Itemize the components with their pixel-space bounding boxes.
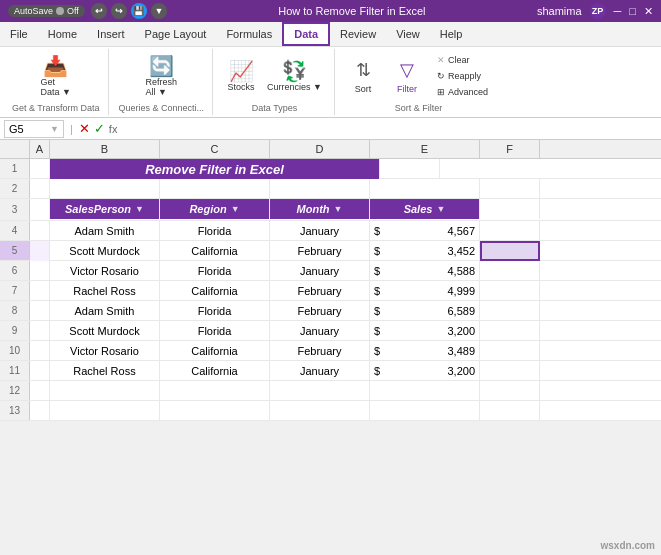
cell-b2[interactable] — [50, 179, 160, 199]
month-filter-icon[interactable]: ▼ — [334, 204, 343, 214]
refresh-all-button[interactable]: 🔄 RefreshAll ▼ — [142, 54, 182, 99]
cell-a6[interactable] — [30, 261, 50, 281]
cell-e11[interactable]: $ 3,200 — [370, 361, 480, 381]
cell-b8[interactable]: Adam Smith — [50, 301, 160, 321]
cell-f3[interactable] — [480, 199, 540, 219]
tab-review[interactable]: Review — [330, 22, 386, 46]
customize-icon[interactable]: ▼ — [151, 3, 167, 19]
cell-e13[interactable] — [370, 401, 480, 421]
col-header-e[interactable]: E — [370, 140, 480, 158]
currencies-button[interactable]: 💱 Currencies ▼ — [263, 59, 326, 94]
cell-b13[interactable] — [50, 401, 160, 421]
tab-formulas[interactable]: Formulas — [216, 22, 282, 46]
clear-button[interactable]: ✕ Clear — [433, 53, 492, 67]
close-icon[interactable]: ✕ — [644, 5, 653, 18]
cell-f2[interactable] — [480, 179, 540, 199]
tab-page-layout[interactable]: Page Layout — [135, 22, 217, 46]
cell-e7[interactable]: $ 4,999 — [370, 281, 480, 301]
col-header-c[interactable]: C — [160, 140, 270, 158]
cell-e3-header[interactable]: Sales ▼ — [370, 199, 480, 219]
tab-help[interactable]: Help — [430, 22, 473, 46]
cell-f6[interactable] — [480, 261, 540, 281]
cell-e9[interactable]: $ 3,200 — [370, 321, 480, 341]
sales-filter-icon[interactable]: ▼ — [436, 204, 445, 214]
cell-f7[interactable] — [480, 281, 540, 301]
cell-b12[interactable] — [50, 381, 160, 401]
cell-a8[interactable] — [30, 301, 50, 321]
tab-insert[interactable]: Insert — [87, 22, 135, 46]
cell-c9[interactable]: Florida — [160, 321, 270, 341]
advanced-button[interactable]: ⊞ Advanced — [433, 85, 492, 99]
cell-e10[interactable]: $ 3,489 — [370, 341, 480, 361]
cell-c12[interactable] — [160, 381, 270, 401]
cell-c8[interactable]: Florida — [160, 301, 270, 321]
save-icon[interactable]: 💾 — [131, 3, 147, 19]
filter-button[interactable]: Filter — [389, 83, 425, 94]
cancel-formula-icon[interactable]: ✕ — [79, 121, 90, 136]
cell-e6[interactable]: $ 4,588 — [370, 261, 480, 281]
cell-b3-header[interactable]: SalesPerson ▼ — [50, 199, 160, 219]
cell-d12[interactable] — [270, 381, 370, 401]
cell-a12[interactable] — [30, 381, 50, 401]
cell-a1[interactable] — [30, 159, 50, 179]
cell-b10[interactable]: Victor Rosario — [50, 341, 160, 361]
cell-a13[interactable] — [30, 401, 50, 421]
maximize-icon[interactable]: □ — [629, 5, 636, 17]
cell-b7[interactable]: Rachel Ross — [50, 281, 160, 301]
cell-a2[interactable] — [30, 179, 50, 199]
stocks-button[interactable]: 📈 Stocks — [223, 59, 259, 94]
autosave-badge[interactable]: AutoSave Off — [8, 5, 85, 17]
cell-d10[interactable]: February — [270, 341, 370, 361]
col-header-f[interactable]: F — [480, 140, 540, 158]
cell-c7[interactable]: California — [160, 281, 270, 301]
cell-d4[interactable]: January — [270, 221, 370, 241]
cell-d11[interactable]: January — [270, 361, 370, 381]
cell-e4[interactable]: $ 4,567 — [370, 221, 480, 241]
get-data-button[interactable]: 📥 GetData ▼ — [37, 54, 75, 99]
cell-b9[interactable]: Scott Murdock — [50, 321, 160, 341]
undo-icon[interactable]: ↩ — [91, 3, 107, 19]
cell-c5[interactable]: California — [160, 241, 270, 261]
sort-button[interactable]: Sort — [345, 83, 381, 94]
minimize-icon[interactable]: ─ — [614, 5, 622, 17]
user-avatar[interactable]: ZP — [590, 3, 606, 19]
insert-function-icon[interactable]: fx — [109, 123, 118, 135]
cell-ref-dropdown-icon[interactable]: ▼ — [50, 124, 59, 134]
tab-file[interactable]: File — [0, 22, 38, 46]
cell-reference-box[interactable]: G5 ▼ — [4, 120, 64, 138]
cell-c3-header[interactable]: Region ▼ — [160, 199, 270, 219]
cell-f10[interactable] — [480, 341, 540, 361]
reapply-button[interactable]: ↻ Reapply — [433, 69, 492, 83]
tab-home[interactable]: Home — [38, 22, 87, 46]
col-header-b[interactable]: B — [50, 140, 160, 158]
tab-data[interactable]: Data — [282, 22, 330, 46]
cell-g5-selected[interactable] — [480, 241, 540, 261]
region-filter-icon[interactable]: ▼ — [231, 204, 240, 214]
cell-a11[interactable] — [30, 361, 50, 381]
salesperson-filter-icon[interactable]: ▼ — [135, 204, 144, 214]
cell-b4[interactable]: Adam Smith — [50, 221, 160, 241]
cell-b1-title[interactable]: Remove Filter in Excel — [50, 159, 380, 179]
cell-a7[interactable] — [30, 281, 50, 301]
cell-b6[interactable]: Victor Rosario — [50, 261, 160, 281]
cell-d2[interactable] — [270, 179, 370, 199]
cell-f9[interactable] — [480, 321, 540, 341]
cell-d3-header[interactable]: Month ▼ — [270, 199, 370, 219]
cell-b5[interactable]: Scott Murdock — [50, 241, 160, 261]
cell-a3[interactable] — [30, 199, 50, 219]
col-header-a[interactable]: A — [30, 140, 50, 158]
cell-a9[interactable] — [30, 321, 50, 341]
cell-c2[interactable] — [160, 179, 270, 199]
cell-a5[interactable] — [30, 241, 50, 261]
cell-d6[interactable]: January — [270, 261, 370, 281]
confirm-formula-icon[interactable]: ✓ — [94, 121, 105, 136]
cell-b11[interactable]: Rachel Ross — [50, 361, 160, 381]
cell-f1[interactable] — [380, 159, 440, 179]
cell-c4[interactable]: Florida — [160, 221, 270, 241]
cell-f11[interactable] — [480, 361, 540, 381]
col-header-d[interactable]: D — [270, 140, 370, 158]
cell-e12[interactable] — [370, 381, 480, 401]
cell-d9[interactable]: January — [270, 321, 370, 341]
cell-f8[interactable] — [480, 301, 540, 321]
cell-f12[interactable] — [480, 381, 540, 401]
